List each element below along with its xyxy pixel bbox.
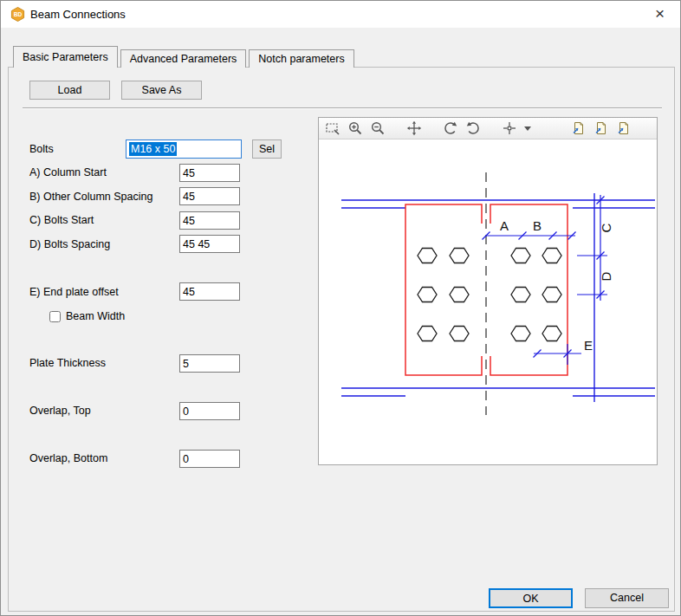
plate-thickness-input[interactable]: [179, 354, 240, 373]
pan-icon[interactable]: [405, 120, 424, 137]
plate-thickness-label: Plate Thickness: [29, 357, 106, 369]
column-start-label: A) Column Start: [29, 166, 107, 178]
zoom-in-icon[interactable]: [346, 120, 365, 137]
other-column-spacing-label: B) Other Column Spacing: [29, 191, 152, 203]
dim-label-a: A: [500, 218, 509, 233]
dim-label-d: D: [599, 271, 613, 281]
toolbar-gap: [486, 128, 496, 129]
tab-basic-parameters[interactable]: Basic Parameters: [13, 46, 118, 68]
load-button[interactable]: Load: [29, 81, 110, 100]
rotate-cw-icon[interactable]: [464, 120, 483, 137]
ok-button[interactable]: OK: [489, 588, 573, 608]
window-title: Beam Connections: [30, 8, 126, 21]
bolts-value-selected: M16 x 50: [129, 142, 177, 156]
toolbar-gap: [536, 128, 566, 129]
toolbar-gap: [427, 128, 438, 129]
zoom-out-icon[interactable]: [368, 120, 387, 137]
beam-width-checkbox[interactable]: [49, 311, 61, 322]
overlap-top-label: Overlap, Top: [29, 405, 91, 417]
beam-drawing: A B C D E: [319, 139, 657, 464]
center-view-icon[interactable]: [500, 120, 519, 137]
preview-toolbar: [319, 118, 657, 139]
app-icon: BD: [10, 7, 25, 22]
column-start-input[interactable]: [179, 164, 240, 182]
overlap-bottom-label: Overlap, Bottom: [29, 452, 107, 464]
close-button[interactable]: ×: [640, 1, 679, 27]
dim-label-b: B: [533, 218, 542, 233]
tab-advanced-parameters[interactable]: Advanced Parameters: [120, 49, 247, 68]
preview-panel: A B C D E: [318, 117, 658, 465]
tab-notch-parameters[interactable]: Notch parameters: [249, 49, 353, 68]
bolts-input[interactable]: M16 x 50: [126, 139, 242, 159]
copy-view-icon-3[interactable]: [614, 120, 633, 137]
end-plate-offset-label: E) End plate offset: [29, 286, 119, 298]
tab-strip: Basic Parameters Advanced Parameters Not…: [13, 48, 357, 68]
dim-label-c: C: [599, 223, 613, 232]
save-as-button[interactable]: Save As: [121, 81, 202, 100]
app-icon-text: BD: [14, 11, 23, 17]
bolts-label: Bolts: [29, 143, 54, 155]
basic-parameters-page: Load Save As Bolts M16 x 50 Sel A) Colum…: [8, 67, 675, 612]
title-bar: BD Beam Connections ×: [1, 1, 680, 28]
bolt-group: [418, 249, 561, 341]
overlap-top-input[interactable]: [179, 402, 240, 420]
toolbar-gap: [391, 128, 401, 129]
preview-canvas[interactable]: A B C D E: [319, 139, 657, 464]
overlap-bottom-input[interactable]: [179, 450, 240, 468]
bolts-spacing-label: D) Bolts Spacing: [29, 238, 110, 250]
copy-view-icon-1[interactable]: [569, 120, 588, 137]
other-column-spacing-input[interactable]: [179, 187, 240, 205]
bolts-start-label: C) Bolts Start: [29, 214, 94, 226]
beam-connections-dialog: BD Beam Connections × Basic Parameters A…: [0, 0, 681, 616]
beam-width-label: Beam Width: [66, 310, 125, 322]
beam-width-row: Beam Width: [49, 310, 125, 322]
zoom-window-icon[interactable]: [323, 120, 342, 137]
sel-button[interactable]: Sel: [252, 139, 282, 159]
dim-label-e: E: [584, 338, 593, 353]
copy-view-icon-2[interactable]: [592, 120, 611, 137]
separator-line: [23, 107, 662, 109]
end-plate-offset-input[interactable]: [179, 282, 240, 301]
rotate-ccw-icon[interactable]: [441, 120, 460, 137]
bolts-start-input[interactable]: [179, 211, 240, 230]
bolts-spacing-input[interactable]: [179, 235, 240, 253]
chevron-down-icon[interactable]: [522, 120, 533, 137]
cancel-button[interactable]: Cancel: [585, 588, 669, 608]
